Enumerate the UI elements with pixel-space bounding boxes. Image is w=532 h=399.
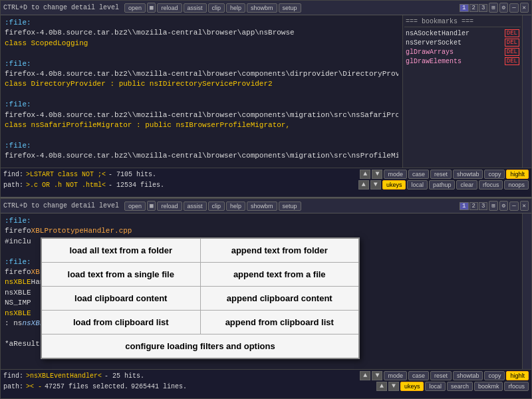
top-path-nav-up[interactable]: ▲: [358, 180, 369, 190]
top-nav-up[interactable]: ▲: [360, 170, 370, 179]
bottom-setup-button[interactable]: setup: [279, 201, 301, 211]
bottom-showbm-button[interactable]: showbm: [247, 201, 277, 211]
bookmark-del-3[interactable]: DEL: [505, 48, 519, 56]
top-path-nav-down[interactable]: ▼: [370, 180, 381, 190]
expand-icon[interactable]: ⊞: [489, 3, 497, 13]
load-clipboard-list-button[interactable]: load from clipboard list: [42, 311, 201, 334]
top-local-btn[interactable]: local: [407, 180, 428, 190]
append-file-button[interactable]: append text from a file: [201, 263, 359, 286]
bottom-nav-down[interactable]: ▼: [372, 371, 382, 380]
top-ukeys-btn[interactable]: ukeys: [382, 180, 406, 190]
bottom-scrollbar[interactable]: [522, 213, 531, 369]
bottom-ukeys-btn[interactable]: ukeys: [400, 382, 424, 391]
bottom-copy-btn[interactable]: copy: [484, 371, 505, 380]
top-copy-btn[interactable]: copy: [484, 170, 505, 179]
top-pane: CTRL+D to change detail level open ▦ rel…: [0, 0, 532, 198]
load-single-file-button[interactable]: load text from a single file: [42, 263, 201, 286]
code-line-1: :file:: [5, 18, 398, 28]
top-reset-btn[interactable]: reset: [430, 170, 452, 179]
bottom-clip-button[interactable]: clip: [208, 201, 225, 211]
assist-button[interactable]: assist: [184, 3, 207, 13]
top-noops-btn[interactable]: noops: [504, 180, 529, 190]
bottom-assist-button[interactable]: assist: [184, 201, 207, 211]
bottom-reset-btn[interactable]: reset: [430, 371, 452, 380]
bottom-settings-icon[interactable]: ⚙: [499, 201, 508, 211]
setup-button[interactable]: setup: [279, 3, 301, 13]
bookmark-label-4[interactable]: glDrawElements: [406, 58, 462, 65]
tab-3[interactable]: 3: [479, 4, 487, 12]
bottom-path-nav-down[interactable]: ▼: [388, 382, 399, 391]
top-find-line-2: path: >.c OR .h NOT .html< - 12534 files…: [3, 180, 529, 190]
bookmark-item-3[interactable]: glDrawArrays DEL: [404, 47, 521, 57]
bookmark-del-2[interactable]: DEL: [505, 39, 519, 47]
tab-numbers: 1 2 3: [460, 4, 487, 12]
bottom-tab-2[interactable]: 2: [469, 202, 478, 210]
bottom-mode-btn[interactable]: mode: [384, 371, 407, 380]
bottom-open-button[interactable]: open: [124, 201, 146, 211]
bottom-find-line-1: find: >nsXBLEventHandler< - 25 hits. ▲ ▼…: [3, 371, 529, 380]
load-all-folder-button[interactable]: load all text from a folder: [42, 239, 201, 262]
bottom-bookmk-btn[interactable]: bookmk: [474, 382, 503, 391]
window-controls: 1 2 3 ⊞ ⚙ ─ ✕: [460, 3, 529, 13]
bottom-highlt-btn[interactable]: highlt: [506, 371, 529, 380]
bookmarks-sidebar: === bookmarks === nsASocketHandler DEL n…: [402, 15, 522, 168]
tab-1[interactable]: 1: [460, 4, 468, 12]
top-case-btn[interactable]: case: [408, 170, 429, 179]
open-button[interactable]: open: [124, 3, 146, 13]
top-rfocus-btn[interactable]: rfocus: [479, 180, 503, 190]
append-folder-button[interactable]: append text from folder: [201, 239, 359, 262]
bottom-expand-icon[interactable]: ⊞: [489, 201, 497, 211]
top-find-hits: - 7105 hits.: [108, 171, 156, 178]
top-nav-down[interactable]: ▼: [372, 170, 382, 179]
code-line-13: :file:: [5, 141, 398, 151]
bookmark-item-2[interactable]: nsServerSocket DEL: [404, 38, 521, 47]
bottom-minimize-icon[interactable]: ─: [509, 201, 518, 211]
bottom-case-btn[interactable]: case: [408, 371, 429, 380]
bottom-close-icon[interactable]: ✕: [520, 201, 529, 211]
settings-icon[interactable]: ⚙: [499, 3, 508, 13]
bookmarks-title: === bookmarks ===: [404, 17, 521, 27]
bottom-window-controls: 1 2 3 ⊞ ⚙ ─ ✕: [460, 201, 529, 211]
minimize-icon[interactable]: ─: [509, 3, 518, 13]
append-clipboard-button[interactable]: append clipboard content: [201, 287, 359, 310]
bottom-search-btn[interactable]: search: [447, 382, 473, 391]
bottom-tab-3[interactable]: 3: [479, 202, 487, 210]
bookmark-label-2[interactable]: nsServerSocket: [406, 39, 462, 47]
bottom-nav-up[interactable]: ▲: [360, 371, 370, 380]
clip-button[interactable]: clip: [208, 3, 225, 13]
top-scrollbar[interactable]: [522, 15, 531, 168]
top-clear-btn[interactable]: clear: [456, 180, 477, 190]
code-line-4: [5, 49, 398, 59]
bottom-local-btn[interactable]: local: [425, 382, 446, 391]
load-clipboard-button[interactable]: load clipboard content: [42, 287, 201, 310]
top-highlt-btn[interactable]: highlt: [506, 170, 529, 179]
configure-filters-button[interactable]: configure loading filters and options: [42, 334, 358, 358]
bookmark-del-1[interactable]: DEL: [505, 29, 519, 37]
top-pathup-btn[interactable]: pathup: [429, 180, 456, 190]
bottom-tab-1[interactable]: 1: [460, 202, 468, 210]
bottom-code-2: firefoXBLPrototypeHandler.cpp: [5, 226, 518, 236]
close-icon-top[interactable]: ✕: [520, 3, 529, 13]
showbm-button[interactable]: showbm: [247, 3, 277, 13]
bottom-showtab-btn[interactable]: showtab: [453, 371, 483, 380]
bookmark-item-4[interactable]: glDrawElements DEL: [404, 57, 521, 66]
bottom-path-controls: ▲ ▼ ukeys local search bookmk rfocus: [376, 382, 529, 391]
tab-2[interactable]: 2: [469, 4, 478, 12]
top-mode-btn[interactable]: mode: [384, 170, 407, 179]
help-button[interactable]: help: [226, 3, 245, 13]
reload-button[interactable]: reload: [157, 3, 182, 13]
bookmark-item-1[interactable]: nsASocketHandler DEL: [404, 29, 521, 38]
top-showtab-btn[interactable]: showtab: [453, 170, 483, 179]
code-line-2: firefox-4.0b8.source.tar.bz2\\mozilla-ce…: [5, 28, 398, 38]
bookmark-label-1[interactable]: nsASocketHandler: [406, 30, 469, 37]
bottom-find-prompt-2: path:: [3, 383, 23, 390]
append-clipboard-list-button[interactable]: append from clipboard list: [201, 311, 359, 334]
top-find-controls: ▲ ▼ mode case reset showtab copy highlt: [360, 170, 529, 179]
bottom-help-button[interactable]: help: [226, 201, 245, 211]
bottom-path-nav-up[interactable]: ▲: [376, 382, 387, 391]
bookmark-del-4[interactable]: DEL: [505, 57, 519, 65]
bookmark-label-3[interactable]: glDrawArrays: [406, 49, 454, 56]
bottom-rfocus-btn[interactable]: rfocus: [504, 382, 529, 391]
code-line-7: class DirectoryProvider : public nsIDire…: [5, 79, 398, 89]
bottom-reload-button[interactable]: reload: [157, 201, 182, 211]
